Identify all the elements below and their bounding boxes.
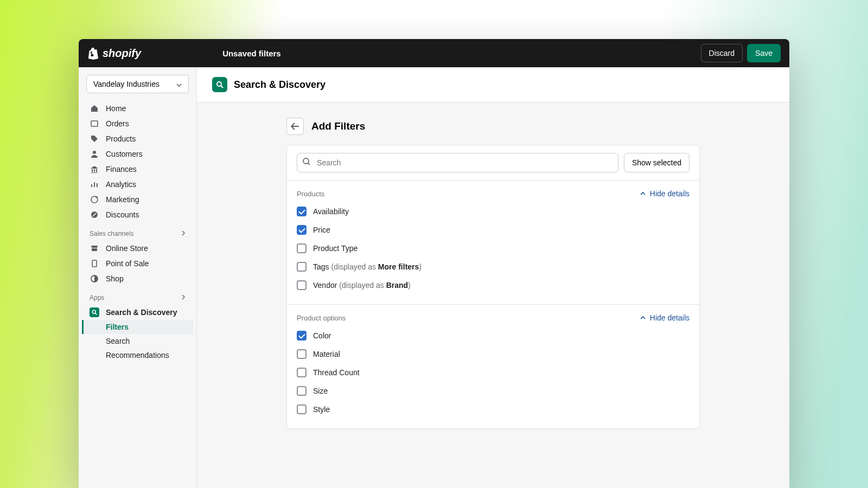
- svg-rect-0: [91, 121, 98, 126]
- filter-checkbox[interactable]: [297, 331, 307, 341]
- sidebar-sub-search[interactable]: Search: [82, 334, 193, 348]
- filter-label: Availability: [313, 207, 349, 216]
- filter-checkbox[interactable]: [297, 225, 307, 235]
- chevron-up-icon: [640, 315, 646, 320]
- orders-icon: [90, 119, 99, 129]
- chevron-right-icon[interactable]: [181, 230, 186, 237]
- sidebar-item-shop[interactable]: Shop: [82, 271, 193, 286]
- search-input[interactable]: [297, 153, 618, 172]
- svg-point-6: [92, 310, 95, 313]
- home-icon: [90, 104, 99, 113]
- back-button[interactable]: [286, 118, 304, 135]
- search-discovery-app-icon: [212, 77, 227, 92]
- section-title: Product options: [297, 314, 346, 322]
- filter-checkbox[interactable]: [297, 280, 307, 290]
- search-icon: [302, 157, 311, 168]
- sidebar-heading-channels: Sales channels: [82, 222, 193, 241]
- filter-checkbox[interactable]: [297, 262, 307, 272]
- filter-row: Size: [297, 382, 690, 400]
- filter-label: Thread Count: [313, 368, 360, 377]
- discard-button[interactable]: Discard: [701, 44, 743, 62]
- filter-row: Material: [297, 345, 690, 363]
- sidebar-item-search-discovery[interactable]: Search & Discovery: [82, 305, 193, 320]
- sidebar-sub-recommendations[interactable]: Recommendations: [82, 348, 193, 362]
- filter-row: Price: [297, 221, 690, 239]
- section-title: Products: [297, 190, 324, 198]
- page-title: Add Filters: [311, 120, 365, 132]
- filter-section: ProductsHide detailsAvailabilityPricePro…: [287, 181, 699, 305]
- shopify-bag-icon: [87, 47, 99, 60]
- page-header: Search & Discovery: [197, 67, 789, 102]
- sidebar-item-marketing[interactable]: Marketing: [82, 192, 193, 207]
- bank-icon: [90, 164, 99, 174]
- sidebar-sub-filters[interactable]: Filters: [82, 320, 193, 334]
- filter-checkbox[interactable]: [297, 404, 307, 414]
- filter-label: Tags (displayed as More filters): [313, 262, 422, 271]
- filter-row: Color: [297, 326, 690, 345]
- arrow-left-icon: [291, 123, 299, 130]
- person-icon: [90, 149, 99, 159]
- store-selector[interactable]: Vandelay Industries: [86, 75, 189, 93]
- shop-icon: [90, 274, 99, 284]
- filter-label: Size: [313, 387, 328, 395]
- svg-point-8: [303, 158, 309, 164]
- target-icon: [90, 195, 99, 204]
- svg-point-7: [217, 82, 221, 86]
- filter-row: Thread Count: [297, 363, 690, 382]
- filter-row: Vendor (displayed as Brand): [297, 276, 690, 294]
- filter-label: Color: [313, 331, 331, 340]
- app-frame: shopify Unsaved filters Discard Save Van…: [79, 39, 789, 488]
- sidebar-item-online-store[interactable]: Online Store: [82, 241, 193, 256]
- main-area: Search & Discovery Add Filters: [197, 67, 789, 488]
- chevron-right-icon[interactable]: [181, 294, 186, 301]
- filter-label: Vendor (displayed as Brand): [313, 281, 411, 290]
- tag-icon: [90, 134, 99, 144]
- filters-card: Show selected ProductsHide detailsAvaila…: [286, 145, 700, 429]
- show-selected-button[interactable]: Show selected: [624, 153, 690, 172]
- brand-text: shopify: [103, 47, 141, 60]
- sidebar-item-pos[interactable]: Point of Sale: [82, 256, 193, 271]
- sidebar-heading-apps: Apps: [82, 286, 193, 305]
- sidebar-item-discounts[interactable]: Discounts: [82, 207, 193, 222]
- filter-section: Product optionsHide detailsColorMaterial…: [287, 305, 699, 428]
- filter-row: Product Type: [297, 239, 690, 258]
- search-discovery-app-icon: [90, 307, 99, 317]
- sidebar-item-finances[interactable]: Finances: [82, 162, 193, 177]
- sidebar: Vandelay Industries Home Orders Products…: [79, 67, 197, 488]
- pos-icon: [90, 259, 99, 268]
- caret-down-icon: [176, 80, 182, 88]
- filter-label: Material: [313, 350, 340, 358]
- sidebar-item-orders[interactable]: Orders: [82, 116, 193, 131]
- chevron-up-icon: [640, 191, 646, 196]
- filter-checkbox[interactable]: [297, 243, 307, 253]
- store-icon: [90, 243, 99, 253]
- hide-details-toggle[interactable]: Hide details: [640, 313, 690, 322]
- filter-row: Availability: [297, 202, 690, 221]
- sidebar-item-analytics[interactable]: Analytics: [82, 177, 193, 192]
- shopify-logo: shopify: [87, 47, 141, 60]
- context-status: Unsaved filters: [222, 49, 281, 58]
- discount-icon: [90, 210, 99, 220]
- hide-details-label: Hide details: [650, 313, 690, 322]
- svg-rect-4: [92, 260, 97, 267]
- filter-checkbox[interactable]: [297, 368, 307, 377]
- sidebar-item-products[interactable]: Products: [82, 131, 193, 146]
- filter-row: Style: [297, 400, 690, 419]
- sidebar-item-customers[interactable]: Customers: [82, 146, 193, 162]
- filter-checkbox[interactable]: [297, 386, 307, 396]
- topbar: shopify Unsaved filters Discard Save: [79, 39, 789, 67]
- save-button[interactable]: Save: [747, 44, 781, 62]
- svg-point-1: [93, 151, 96, 154]
- page-header-title: Search & Discovery: [234, 79, 326, 91]
- analytics-icon: [90, 179, 99, 189]
- filter-label: Product Type: [313, 244, 358, 253]
- filter-checkbox[interactable]: [297, 207, 307, 216]
- filter-checkbox[interactable]: [297, 349, 307, 359]
- filter-label: Price: [313, 226, 330, 234]
- sidebar-item-home[interactable]: Home: [82, 101, 193, 116]
- filter-label: Style: [313, 405, 330, 414]
- filter-row: Tags (displayed as More filters): [297, 258, 690, 276]
- hide-details-toggle[interactable]: Hide details: [640, 189, 690, 198]
- store-name: Vandelay Industries: [93, 80, 159, 88]
- hide-details-label: Hide details: [650, 189, 690, 198]
